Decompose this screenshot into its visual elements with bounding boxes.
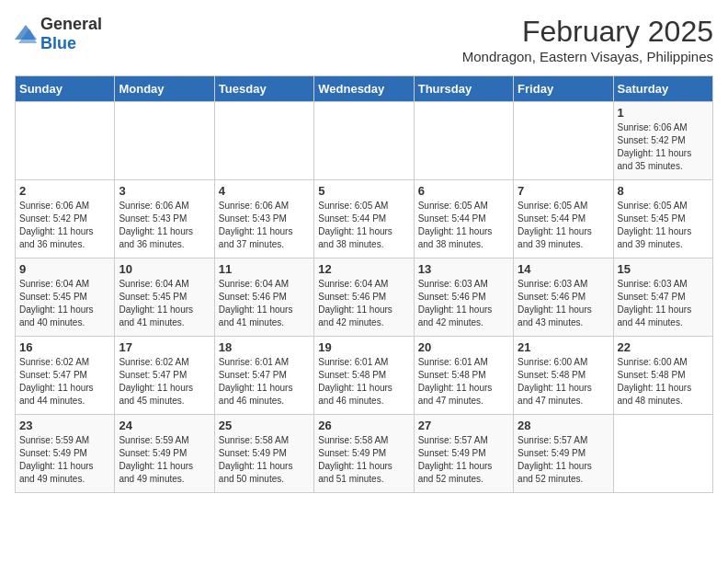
calendar-day-cell: 3Sunrise: 6:06 AM Sunset: 5:43 PM Daylig… [115,180,214,259]
calendar-day-cell: 26Sunrise: 5:58 AM Sunset: 5:49 PM Dayli… [314,415,414,493]
day-number: 14 [518,262,609,276]
calendar-day-cell: 13Sunrise: 6:03 AM Sunset: 5:46 PM Dayli… [414,259,513,337]
day-number: 26 [318,419,409,432]
logo: General Blue [15,15,102,53]
day-info: Sunrise: 6:01 AM Sunset: 5:48 PM Dayligh… [318,356,409,408]
day-number: 10 [119,262,210,276]
day-info: Sunrise: 6:06 AM Sunset: 5:42 PM Dayligh… [618,121,709,173]
calendar-day-cell: 25Sunrise: 5:58 AM Sunset: 5:49 PM Dayli… [214,415,313,493]
day-number: 19 [318,340,409,354]
calendar-week-row: 9Sunrise: 6:04 AM Sunset: 5:45 PM Daylig… [16,259,713,337]
day-number: 17 [119,340,210,354]
day-info: Sunrise: 6:05 AM Sunset: 5:45 PM Dayligh… [618,200,709,251]
calendar-day-cell: 19Sunrise: 6:01 AM Sunset: 5:48 PM Dayli… [314,337,414,415]
calendar-day-cell: 23Sunrise: 5:59 AM Sunset: 5:49 PM Dayli… [16,415,115,493]
day-number: 22 [618,340,709,354]
calendar-header-row: SundayMondayTuesdayWednesdayThursdayFrid… [16,76,713,102]
day-number: 13 [418,262,509,276]
day-number: 8 [618,184,709,198]
calendar-day-cell [16,102,115,180]
day-of-week-header: Tuesday [214,76,313,102]
calendar-week-row: 2Sunrise: 6:06 AM Sunset: 5:42 PM Daylig… [16,180,713,259]
day-info: Sunrise: 6:00 AM Sunset: 5:48 PM Dayligh… [618,356,709,408]
day-info: Sunrise: 5:57 AM Sunset: 5:49 PM Dayligh… [418,434,509,486]
calendar-day-cell [115,102,214,180]
day-number: 6 [418,184,509,198]
day-number: 1 [618,106,709,120]
day-info: Sunrise: 6:05 AM Sunset: 5:44 PM Dayligh… [318,200,409,251]
day-info: Sunrise: 5:58 AM Sunset: 5:49 PM Dayligh… [318,434,409,486]
calendar-day-cell: 11Sunrise: 6:04 AM Sunset: 5:46 PM Dayli… [214,259,313,337]
day-info: Sunrise: 6:01 AM Sunset: 5:47 PM Dayligh… [219,356,310,408]
day-number: 3 [119,184,210,198]
day-info: Sunrise: 6:03 AM Sunset: 5:47 PM Dayligh… [618,278,709,329]
calendar-day-cell: 2Sunrise: 6:06 AM Sunset: 5:42 PM Daylig… [16,180,115,259]
day-info: Sunrise: 5:58 AM Sunset: 5:49 PM Dayligh… [219,434,310,486]
calendar-day-cell [314,102,414,180]
day-number: 2 [19,184,110,198]
calendar-day-cell: 12Sunrise: 6:04 AM Sunset: 5:46 PM Dayli… [314,259,414,337]
calendar-day-cell: 7Sunrise: 6:05 AM Sunset: 5:44 PM Daylig… [514,180,613,259]
calendar-week-row: 23Sunrise: 5:59 AM Sunset: 5:49 PM Dayli… [16,415,713,493]
day-number: 18 [219,340,310,354]
calendar-day-cell: 16Sunrise: 6:02 AM Sunset: 5:47 PM Dayli… [16,337,115,415]
day-number: 20 [418,340,509,354]
calendar-day-cell: 17Sunrise: 6:02 AM Sunset: 5:47 PM Dayli… [115,337,214,415]
day-number: 12 [318,262,409,276]
logo-blue: Blue [40,34,76,52]
calendar-day-cell: 21Sunrise: 6:00 AM Sunset: 5:48 PM Dayli… [514,337,613,415]
day-info: Sunrise: 6:03 AM Sunset: 5:46 PM Dayligh… [518,278,609,329]
day-number: 15 [618,262,709,276]
day-info: Sunrise: 6:05 AM Sunset: 5:44 PM Dayligh… [518,200,609,251]
calendar-day-cell: 8Sunrise: 6:05 AM Sunset: 5:45 PM Daylig… [613,180,712,259]
day-number: 16 [19,340,110,354]
day-info: Sunrise: 6:06 AM Sunset: 5:42 PM Dayligh… [19,200,110,251]
day-info: Sunrise: 6:03 AM Sunset: 5:46 PM Dayligh… [418,278,509,329]
day-of-week-header: Wednesday [314,76,414,102]
calendar-day-cell: 20Sunrise: 6:01 AM Sunset: 5:48 PM Dayli… [414,337,513,415]
main-title: February 2025 [462,15,713,49]
calendar-table: SundayMondayTuesdayWednesdayThursdayFrid… [15,75,713,493]
day-info: Sunrise: 6:04 AM Sunset: 5:46 PM Dayligh… [318,278,409,329]
day-info: Sunrise: 6:06 AM Sunset: 5:43 PM Dayligh… [119,200,210,251]
day-number: 9 [19,262,110,276]
calendar-day-cell: 27Sunrise: 5:57 AM Sunset: 5:49 PM Dayli… [414,415,513,493]
calendar-day-cell: 24Sunrise: 5:59 AM Sunset: 5:49 PM Dayli… [115,415,214,493]
day-info: Sunrise: 6:00 AM Sunset: 5:48 PM Dayligh… [518,356,609,408]
day-info: Sunrise: 5:59 AM Sunset: 5:49 PM Dayligh… [19,434,110,486]
calendar-day-cell: 10Sunrise: 6:04 AM Sunset: 5:45 PM Dayli… [115,259,214,337]
subtitle: Mondragon, Eastern Visayas, Philippines [462,49,713,64]
calendar-week-row: 16Sunrise: 6:02 AM Sunset: 5:47 PM Dayli… [16,337,713,415]
day-number: 27 [418,419,509,432]
calendar-day-cell [414,102,513,180]
day-of-week-header: Monday [115,76,214,102]
logo-icon [15,25,37,43]
day-info: Sunrise: 6:04 AM Sunset: 5:45 PM Dayligh… [19,278,110,329]
day-info: Sunrise: 6:04 AM Sunset: 5:46 PM Dayligh… [219,278,310,329]
calendar-day-cell: 6Sunrise: 6:05 AM Sunset: 5:44 PM Daylig… [414,180,513,259]
calendar-day-cell [613,415,712,493]
calendar-week-row: 1Sunrise: 6:06 AM Sunset: 5:42 PM Daylig… [16,102,713,180]
calendar-day-cell [514,102,613,180]
day-info: Sunrise: 6:05 AM Sunset: 5:44 PM Dayligh… [418,200,509,251]
day-number: 24 [119,419,210,432]
logo-text: General Blue [40,15,102,53]
header: General Blue February 2025 Mondragon, Ea… [15,15,713,64]
day-of-week-header: Thursday [414,76,513,102]
day-of-week-header: Friday [514,76,613,102]
day-info: Sunrise: 6:04 AM Sunset: 5:45 PM Dayligh… [119,278,210,329]
calendar-day-cell: 9Sunrise: 6:04 AM Sunset: 5:45 PM Daylig… [16,259,115,337]
calendar-day-cell: 15Sunrise: 6:03 AM Sunset: 5:47 PM Dayli… [613,259,712,337]
day-number: 28 [518,419,609,432]
day-number: 5 [318,184,409,198]
calendar-day-cell: 1Sunrise: 6:06 AM Sunset: 5:42 PM Daylig… [613,102,712,180]
title-area: February 2025 Mondragon, Eastern Visayas… [462,15,713,64]
day-info: Sunrise: 6:01 AM Sunset: 5:48 PM Dayligh… [418,356,509,408]
day-of-week-header: Saturday [613,76,712,102]
calendar-day-cell: 18Sunrise: 6:01 AM Sunset: 5:47 PM Dayli… [214,337,313,415]
day-info: Sunrise: 5:57 AM Sunset: 5:49 PM Dayligh… [518,434,609,486]
day-info: Sunrise: 6:02 AM Sunset: 5:47 PM Dayligh… [19,356,110,408]
day-info: Sunrise: 6:06 AM Sunset: 5:43 PM Dayligh… [219,200,310,251]
calendar-day-cell [214,102,313,180]
day-info: Sunrise: 6:02 AM Sunset: 5:47 PM Dayligh… [119,356,210,408]
